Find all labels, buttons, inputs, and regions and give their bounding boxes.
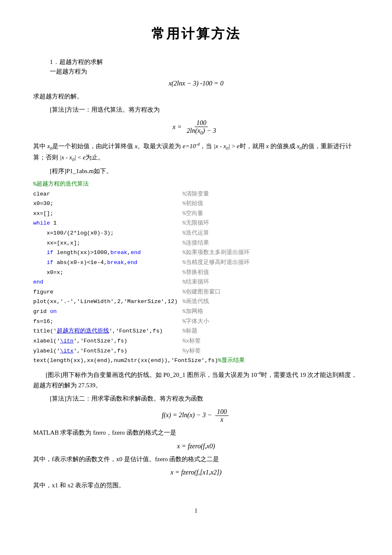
code-line-figure: figure %创建图形窗口 <box>33 287 359 297</box>
code-cmd-plot: plot(xx,'.-','LineWidth',2,'MarkerSize',… <box>33 297 183 307</box>
code-line-if2: if abs(x0-x)<1e-4,break,end %当精度足够高时退出循环 <box>33 258 359 268</box>
code-cmd-grid: grid on <box>33 307 183 317</box>
code-cmd-ylabel: ylabel('\itx','FontSize',fs) <box>33 346 183 356</box>
code-comment-if1: %如果项数太多则退出循环 <box>183 248 250 258</box>
code-line-x0: x0=30; %初始值 <box>33 199 359 209</box>
section-num: 1．超越方程的求解 <box>50 58 359 66</box>
code-line-fs: fs=16; %字体大小 <box>33 317 359 327</box>
section-intro: 一超越方程为 <box>50 68 359 76</box>
code-line-end: end %结束循环 <box>33 277 359 287</box>
eq2-denom: 2ln(x0) − 3 <box>185 127 218 136</box>
code-line-replace: x0=x; %替换初值 <box>33 268 359 278</box>
equation3: f(x) = 2ln(x) − 3 − 100 x <box>33 408 359 423</box>
code-comment-xlabel: %x标签 <box>183 336 201 346</box>
code-cmd-xlabel: xlabel('\itn','FontSize',fs) <box>33 336 183 346</box>
code-cmd-replace: x0=x; <box>33 268 183 278</box>
code-cmd-figure: figure <box>33 287 183 297</box>
code-cmd-fs: fs=16; <box>33 317 183 327</box>
code-comment-title: %标题 <box>183 326 197 336</box>
code-cmd-end: end <box>33 277 183 287</box>
code-line-ylabel: ylabel('\itx','FontSize',fs) %y标签 <box>33 346 359 356</box>
code-comment-while: %无限循环 <box>183 218 209 228</box>
code-line-clear: clear %清除变量 <box>33 189 359 199</box>
code-comment-if2: %当精度足够高时退出循环 <box>183 258 250 268</box>
code-line-iter: x=100/(2*log(x0)-3); %迭代运算 <box>33 228 359 238</box>
code-cmd-if2: if abs(x0-x)<1e-4,break,end <box>33 258 183 268</box>
code-comment-figure: %创建图形窗口 <box>183 287 221 297</box>
code-comment-clear: %清除变量 <box>183 189 209 199</box>
code-comment-xx: %空向量 <box>183 209 203 219</box>
page-number: 1 <box>33 508 359 514</box>
code-line-xlabel: xlabel('\itn','FontSize',fs) %x标签 <box>33 336 359 346</box>
code-comment-replace: %替换初值 <box>183 268 209 278</box>
para1: 求超越方程的解。 <box>33 91 359 102</box>
matlab-note: MATLAB 求零函数为 fzero，fzero 函数的格式之一是 <box>33 428 359 438</box>
code-comment-grid: %加网格 <box>183 307 203 317</box>
code-comment-plot: %画迭代线 <box>183 297 209 307</box>
eq2-numer: 100 <box>195 119 208 127</box>
para2: 其中 x0是一个初始值，由此计算终值 x。取最大误差为 e=10-4，当 |x … <box>33 140 359 164</box>
code-comment-ylabel: %y标签 <box>183 346 201 356</box>
code-cmd-concat: xx=[xx,x]; <box>33 238 183 248</box>
eq3-numer: 100 <box>215 408 229 416</box>
code-line-xx: xx=[]; %空向量 <box>33 209 359 219</box>
code-comment-fs: %字体大小 <box>183 317 209 327</box>
code-comment-text: %显示结果 <box>218 356 245 366</box>
code-line-plot: plot(xx,'.-','LineWidth',2,'MarkerSize',… <box>33 297 359 307</box>
figure-note: [图示]用下标作为自变量画迭代的折线。如 P0_20_1 图所示，当最大误差为 … <box>33 369 359 391</box>
code-title: %超越方程的迭代算法 <box>33 179 89 189</box>
code-line-grid: grid on %加网格 <box>33 307 359 317</box>
code-line-while: while 1 %无限循环 <box>33 218 359 228</box>
code-cmd-if1: if length(xx)>1000,break,end <box>33 248 183 258</box>
code-cmd-xx: xx=[]; <box>33 209 183 219</box>
fzero-note1: 其中，f表示求解的函数文件，x0 是估计值。fzero 函数的格式之二是 <box>33 454 359 465</box>
method1-label: [算法]方法一：用迭代算法。将方程改为 <box>50 105 359 115</box>
code-cmd-x0: x0=30; <box>33 199 183 209</box>
code-cmd-text: text(length(xx),xx(end),num2str(xx(end))… <box>33 356 218 366</box>
eq3-denom: x <box>219 416 225 423</box>
code-cmd-title: title('超越方程的迭代折线','FontSize',fs) <box>33 326 183 336</box>
code-line-text: text(length(xx),xx(end),num2str(xx(end))… <box>33 356 359 366</box>
code-comment-concat: %连接结果 <box>183 238 209 248</box>
code-title-line: %超越方程的迭代算法 <box>33 179 359 189</box>
code-line-if1: if length(xx)>1000,break,end %如果项数太多则退出循… <box>33 248 359 258</box>
fzero-eq2: x = fzero(f,[x1,x2]) <box>33 469 359 476</box>
fzero-note2: 其中，x1 和 x2 表示零点的范围。 <box>33 480 359 491</box>
code-cmd-clear: clear <box>33 189 183 199</box>
code-line-title: title('超越方程的迭代折线','FontSize',fs) %标题 <box>33 326 359 336</box>
code-comment-iter: %迭代运算 <box>183 228 209 238</box>
code-line-concat: xx=[xx,x]; %连接结果 <box>33 238 359 248</box>
code-block: %超越方程的迭代算法 clear %清除变量 x0=30; %初始值 xx=[]… <box>33 179 359 366</box>
equation1: x(2lnx − 3) -100 = 0 <box>33 80 359 87</box>
code-cmd-iter: x=100/(2*log(x0)-3); <box>33 228 183 238</box>
equation2: x = 100 2ln(x0) − 3 <box>33 119 359 136</box>
fzero-eq1: x = fzero(f,x0) <box>33 443 359 450</box>
page-title: 常用计算方法 <box>33 25 359 43</box>
code-cmd-while: while 1 <box>33 218 183 228</box>
program-label: [程序]P1_1abs.m如下。 <box>50 166 359 177</box>
code-comment-end: %结束循环 <box>183 277 209 287</box>
code-comment-x0: %初始值 <box>183 199 203 209</box>
method2-label: [算法]方法二：用求零函数和求解函数。将方程改为函数 <box>50 394 359 404</box>
